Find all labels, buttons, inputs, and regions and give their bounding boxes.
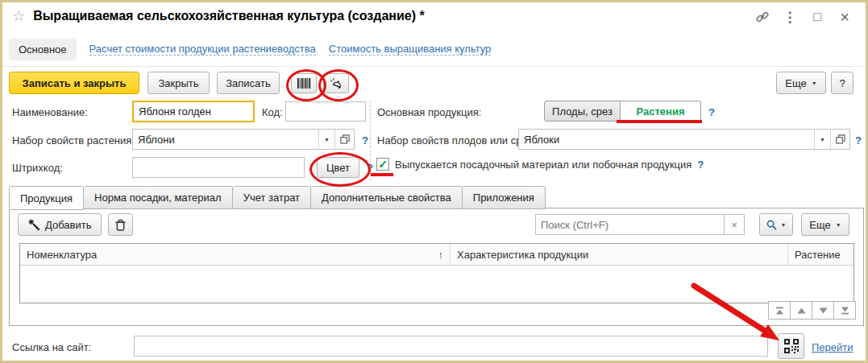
search-settings-button[interactable]: ▼ <box>759 213 793 236</box>
sort-asc-icon: ↑ <box>438 249 444 261</box>
name-input[interactable] <box>132 101 255 122</box>
fruit-props-dropdown-icon[interactable]: ▼ <box>814 130 830 149</box>
website-input[interactable] <box>134 336 768 357</box>
favorite-star-icon[interactable]: ☆ <box>12 9 25 23</box>
tab-attachments[interactable]: Приложения <box>463 186 546 209</box>
row-move-buttons <box>769 301 856 320</box>
planting-material-label: Выпускается посадочный материал или побо… <box>395 159 691 171</box>
column-nomenclature[interactable]: Номенклатура ↑ <box>20 244 451 265</box>
more-menu-icon[interactable]: ⋮ <box>782 9 798 25</box>
barcode-help[interactable]: ? <box>367 162 373 174</box>
planting-material-help[interactable]: ? <box>697 159 704 171</box>
more-button-top[interactable]: Еще▼ <box>776 72 826 94</box>
fruit-props-open-icon[interactable] <box>830 130 849 149</box>
search-input[interactable] <box>535 214 725 235</box>
fruit-props-combo[interactable]: Яблоки ▼ <box>518 129 850 150</box>
maximize-icon[interactable]: □ <box>809 9 825 25</box>
move-top-icon[interactable] <box>768 301 791 320</box>
tab-cost-accounting[interactable]: Учет затрат <box>233 186 311 209</box>
application-window: ☆ Выращиваемая сельскохозяйственная куль… <box>0 0 868 363</box>
barcode-label: Штрихкод: <box>12 162 63 174</box>
move-down-icon[interactable] <box>812 301 834 320</box>
nav-bar: Основное Расчет стоимости продукции раст… <box>9 38 491 60</box>
planting-material-row: ✓ Выпускается посадочный материал или по… <box>376 158 704 171</box>
delete-row-button[interactable] <box>108 213 133 236</box>
close-window-icon[interactable]: × <box>837 9 853 25</box>
tab-additional-properties[interactable]: Дополнительные свойства <box>311 186 463 209</box>
plant-props-help[interactable]: ? <box>362 134 368 146</box>
products-table: Номенклатура ↑ Характеристика продукции … <box>19 243 854 303</box>
chevron-down-icon: ▼ <box>781 222 787 228</box>
chevron-down-icon: ▼ <box>836 222 841 228</box>
main-product-help[interactable]: ? <box>708 106 715 118</box>
barcode-icon <box>297 78 311 89</box>
plant-props-open-icon[interactable] <box>334 130 354 149</box>
header-separator <box>2 66 866 67</box>
column-plant[interactable]: Растение <box>788 244 853 265</box>
bell-button[interactable] <box>323 73 349 93</box>
search-icon <box>766 220 777 230</box>
save-and-close-button[interactable]: Записать и закрыть <box>9 72 139 94</box>
nav-link-cost-calculation[interactable]: Расчет стоимости продукции растениеводст… <box>89 43 316 56</box>
move-up-icon[interactable] <box>790 301 812 320</box>
fruit-props-label: Набор свойств плодов или среза: <box>377 134 541 146</box>
go-to-site-link[interactable]: Перейти <box>812 341 853 353</box>
window-controls: ⋮ □ × <box>754 9 853 25</box>
color-button[interactable]: Цвет <box>317 157 359 178</box>
main-product-toggle: Плоды, срез Растения <box>544 101 701 122</box>
plant-props-value[interactable]: Яблони <box>133 130 318 149</box>
table-body-empty[interactable] <box>20 266 853 303</box>
get-link-icon[interactable] <box>754 9 770 25</box>
plant-props-label: Набор свойств растения: <box>12 134 135 146</box>
tab-planting-rate[interactable]: Норма посадки, материал <box>84 186 233 209</box>
plant-props-combo[interactable]: Яблони ▼ <box>132 129 355 150</box>
qr-code-button[interactable] <box>778 333 804 359</box>
main-product-label: Основная продукция: <box>377 106 481 118</box>
add-row-button[interactable]: Добавить <box>18 213 102 236</box>
tab-products[interactable]: Продукция <box>9 186 84 210</box>
clear-search-icon[interactable]: × <box>725 214 745 235</box>
qr-code-icon <box>784 339 799 353</box>
move-bottom-icon[interactable] <box>833 301 856 320</box>
website-label: Ссылка на сайт: <box>12 341 91 353</box>
save-button[interactable]: Записать <box>217 72 280 94</box>
toggle-option-plants[interactable]: Растения <box>621 101 701 122</box>
barcode-input[interactable] <box>132 157 305 178</box>
code-input[interactable] <box>285 101 366 122</box>
products-panel: Добавить × ▼ Еще▼ Номенклатура ↑ Характе… <box>9 208 864 326</box>
page-title: Выращиваемая сельскохозяйственная культу… <box>33 9 425 23</box>
chevron-down-icon: ▼ <box>812 80 817 86</box>
help-button[interactable]: ? <box>831 72 853 94</box>
annotation-underline-checkbox <box>371 173 393 176</box>
detail-tabstrip: Продукция Норма посадки, материал Учет з… <box>9 186 546 210</box>
name-label: Наименование: <box>12 106 88 118</box>
title-bar: ☆ Выращиваемая сельскохозяйственная куль… <box>12 9 425 23</box>
nav-tab-main[interactable]: Основное <box>9 39 77 60</box>
table-header: Номенклатура ↑ Характеристика продукции … <box>20 244 853 266</box>
fruit-props-help[interactable]: ? <box>855 134 862 146</box>
code-label: Код: <box>262 106 283 118</box>
magic-wand-icon <box>28 219 40 231</box>
close-button[interactable]: Закрыть <box>147 72 210 94</box>
column-characteristic[interactable]: Характеристика продукции <box>451 244 788 265</box>
fruit-props-value[interactable]: Яблоки <box>519 130 814 149</box>
bell-icon <box>329 77 343 90</box>
toggle-option-fruits[interactable]: Плоды, срез <box>544 101 621 122</box>
search-group: × <box>535 214 745 235</box>
more-button-list[interactable]: Еще▼ <box>801 213 849 236</box>
barcode-button[interactable] <box>291 73 317 93</box>
planting-material-checkbox[interactable]: ✓ <box>376 158 389 171</box>
trash-icon <box>115 219 126 231</box>
nav-link-growing-cost[interactable]: Стоимость выращивания культур <box>329 43 492 56</box>
plant-props-dropdown-icon[interactable]: ▼ <box>318 130 334 149</box>
